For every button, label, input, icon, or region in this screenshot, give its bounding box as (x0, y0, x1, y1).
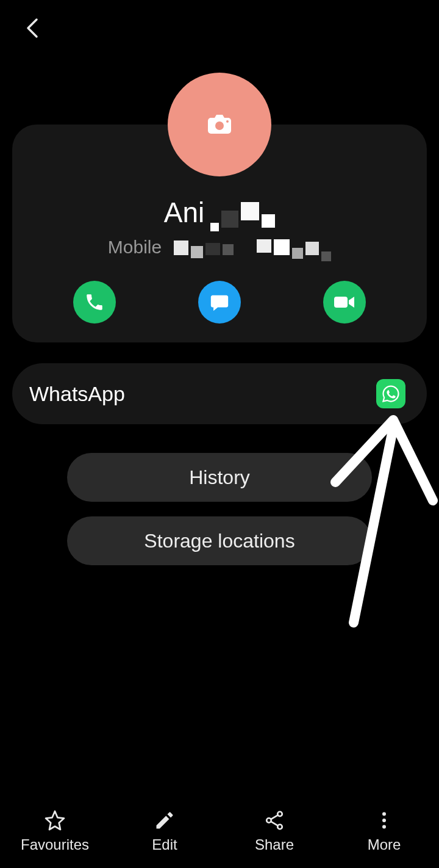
bottom-nav: Favourites Edit Share More (0, 795, 439, 868)
phone-row: Mobile (0, 237, 439, 258)
nav-share-label: Share (255, 836, 294, 853)
redacted-phone-number (174, 239, 331, 255)
camera-icon (207, 114, 232, 135)
message-button[interactable] (198, 281, 241, 324)
contact-actions (0, 281, 439, 324)
back-button[interactable] (24, 17, 43, 35)
history-label: History (189, 466, 250, 489)
avatar[interactable] (168, 73, 271, 176)
storage-label: Storage locations (144, 530, 294, 552)
nav-favourites-label: Favourites (21, 836, 89, 853)
share-icon (263, 809, 285, 831)
phone-type-label: Mobile (108, 237, 162, 258)
svg-point-10 (382, 819, 386, 822)
phone-icon (84, 292, 105, 313)
video-icon (333, 294, 356, 310)
nav-share[interactable]: Share (226, 809, 323, 853)
nav-more-label: More (368, 836, 401, 853)
svg-point-2 (226, 120, 229, 123)
whatsapp-row[interactable]: WhatsApp (12, 363, 427, 424)
pencil-icon (154, 809, 176, 831)
nav-favourites[interactable]: Favourites (6, 809, 104, 853)
svg-rect-3 (334, 297, 348, 308)
nav-more[interactable]: More (335, 809, 433, 853)
call-button[interactable] (73, 281, 116, 324)
nav-edit[interactable]: Edit (116, 809, 213, 853)
svg-point-6 (277, 825, 282, 830)
svg-point-9 (382, 812, 386, 816)
nav-edit-label: Edit (152, 836, 177, 853)
message-icon (209, 292, 230, 313)
video-button[interactable] (323, 281, 366, 324)
svg-line-8 (271, 822, 277, 826)
whatsapp-label: WhatsApp (29, 382, 125, 406)
star-icon (44, 809, 66, 831)
svg-point-11 (382, 825, 386, 829)
whatsapp-icon (376, 379, 405, 408)
svg-line-7 (271, 815, 277, 819)
storage-button[interactable]: Storage locations (67, 516, 372, 565)
svg-point-4 (277, 812, 282, 817)
svg-point-1 (215, 121, 224, 130)
redacted-name-part (210, 209, 275, 228)
svg-point-5 (266, 818, 271, 823)
contact-name: Ani (164, 196, 204, 229)
more-vertical-icon (373, 809, 395, 831)
chevron-left-icon (24, 17, 40, 39)
contact-name-row: Ani (0, 196, 439, 229)
history-button[interactable]: History (67, 453, 372, 502)
